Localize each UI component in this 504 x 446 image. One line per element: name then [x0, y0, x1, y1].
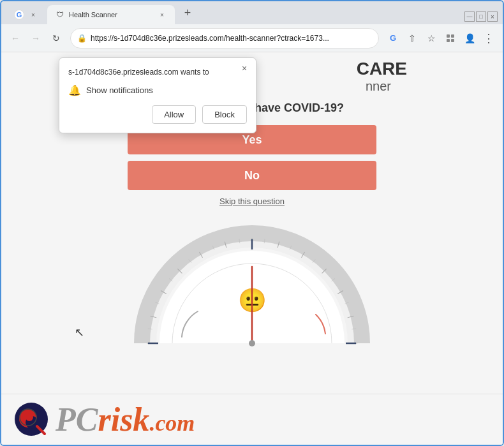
bell-icon: 🔔: [68, 84, 81, 96]
popup-title: s-1d704d8c36e.prizesleads.com wants to: [68, 67, 247, 78]
skip-link[interactable]: Skip this question: [219, 197, 285, 206]
mouse-cursor: ↖: [75, 325, 84, 339]
popup-notification-row: 🔔 Show notifications: [68, 84, 247, 96]
logo-pc: PC: [56, 401, 98, 438]
toolbar-right: G ⇧ ☆ 👤 ⋮: [384, 29, 498, 47]
notification-popup: × s-1d704d8c36e.prizesleads.com wants to…: [59, 57, 256, 133]
allow-button[interactable]: Allow: [152, 105, 196, 124]
share-button[interactable]: ⇧: [403, 29, 421, 47]
tab-site-title: Health Scanner: [69, 11, 153, 19]
page-content: × s-1d704d8c36e.prizesleads.com wants to…: [1, 52, 503, 445]
gauge-container: 😐: [118, 219, 386, 346]
svg-point-38: [26, 413, 33, 421]
g-logo-icon: G: [14, 10, 24, 20]
tab-google[interactable]: G ×: [6, 5, 46, 24]
google-favicon: G: [14, 10, 24, 20]
menu-button[interactable]: ⋮: [480, 29, 498, 47]
tab-bar: G × 🛡 Health Scanner × + — □ ×: [1, 1, 503, 24]
svg-point-34: [249, 340, 255, 346]
svg-rect-1: [451, 34, 454, 38]
pcrisk-logo-text: PC risk .com: [56, 401, 195, 438]
site-favicon: 🛡: [55, 10, 65, 20]
page-header-care: CARE: [357, 59, 407, 78]
svg-rect-3: [451, 39, 454, 42]
close-button[interactable]: ×: [487, 11, 498, 22]
minimize-button[interactable]: —: [464, 11, 475, 22]
url-text: https://s-1d704d8c36e.prizesleads.com/he…: [91, 34, 372, 43]
svg-rect-2: [447, 39, 450, 42]
google-search-button[interactable]: G: [384, 29, 402, 47]
no-button[interactable]: No: [128, 161, 376, 190]
gauge-svg: 😐: [118, 219, 386, 346]
tab-site-close[interactable]: ×: [157, 10, 167, 20]
address-bar[interactable]: 🔒 https://s-1d704d8c36e.prizesleads.com/…: [70, 28, 379, 48]
svg-rect-0: [447, 34, 450, 38]
forward-button[interactable]: →: [27, 29, 45, 47]
tab-google-close[interactable]: ×: [28, 10, 38, 20]
logo-dotcom: .com: [149, 410, 195, 436]
popup-close-button[interactable]: ×: [238, 62, 251, 75]
popup-notification-label: Show notifications: [86, 85, 153, 95]
page-subheader: nner: [366, 79, 391, 93]
toolbar: ← → ↻ 🔒 https://s-1d704d8c36e.prizeslead…: [1, 24, 503, 52]
refresh-button[interactable]: ↻: [47, 29, 65, 47]
bookmark-button[interactable]: ☆: [422, 29, 440, 47]
extensions-button[interactable]: [441, 29, 459, 47]
new-tab-button[interactable]: +: [179, 4, 196, 22]
tab-site[interactable]: 🛡 Health Scanner ×: [47, 5, 175, 24]
popup-buttons: Allow Block: [68, 105, 247, 124]
lock-icon: 🔒: [77, 34, 87, 43]
pcrisk-logo-icon: [14, 402, 49, 437]
back-button[interactable]: ←: [6, 29, 24, 47]
profile-button[interactable]: 👤: [461, 29, 478, 47]
footer-bar: PC risk .com: [1, 394, 503, 445]
logo-risk: risk: [98, 401, 149, 438]
browser-window: G × 🛡 Health Scanner × + — □ × ← → ↻ 🔒 h…: [0, 0, 504, 446]
maximize-button[interactable]: □: [476, 11, 486, 22]
block-button[interactable]: Block: [202, 105, 247, 124]
